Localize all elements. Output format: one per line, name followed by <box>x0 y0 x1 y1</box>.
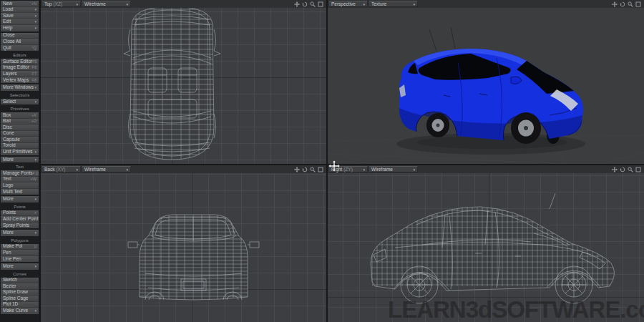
chevron-down-icon: ▾ <box>34 149 36 155</box>
sidebar-item-label: Surface Editor <box>3 59 32 64</box>
rotate-icon[interactable] <box>620 1 625 7</box>
sidebar-item-spray-points[interactable]: Spray Points <box>1 223 39 229</box>
sidebar-item-bezier[interactable]: Bezier <box>1 283 39 290</box>
viewport-label: Perspective <box>331 1 356 6</box>
sidebar-item-more-windows[interactable]: More Windows▾ <box>1 84 39 91</box>
zoom-icon[interactable] <box>628 167 633 172</box>
sidebar: New+NLoad▾Save▾Edit▾Help▾CloseClose AllQ… <box>0 0 39 322</box>
sidebar-item-spline-cage[interactable]: Spline Cage <box>1 296 39 302</box>
zoom-icon[interactable] <box>310 167 316 172</box>
sidebar-item-save[interactable]: Save▾ <box>1 13 39 19</box>
sidebar-item-add-center-point[interactable]: Add Center Point <box>1 216 39 223</box>
sidebar-group: More▾ <box>1 230 39 236</box>
viewport-type-dropdown[interactable]: Back (XY) ▾ <box>42 166 81 172</box>
viewport-type-dropdown[interactable]: Top (XZ) ▾ <box>42 1 81 7</box>
zoom-icon[interactable] <box>310 1 316 7</box>
shortcut-hint: +W <box>31 177 36 182</box>
sidebar-group: More▾ <box>1 196 39 203</box>
pan-icon[interactable] <box>294 167 300 172</box>
sidebar-item-capsule[interactable]: Capsule <box>1 137 39 143</box>
viewport-axis: (XZ) <box>53 1 62 6</box>
sidebar-item-label: Text <box>3 177 11 182</box>
sidebar-item-toroid[interactable]: Toroid <box>1 143 39 150</box>
sidebar-item-make-pol[interactable]: Make Polp <box>1 244 39 250</box>
render-mode-dropdown[interactable]: Wireframe ▾ <box>369 166 418 172</box>
sidebar-item-make-curve[interactable]: Make Curve▾ <box>1 308 39 314</box>
sidebar-item-plot-1d[interactable]: Plot 1D <box>1 302 39 308</box>
sidebar-item-points[interactable]: Points+ <box>1 210 39 217</box>
sidebar-item-help[interactable]: Help▾ <box>1 25 39 31</box>
viewport-back-canvas[interactable] <box>41 173 326 322</box>
mouse-cursor <box>328 160 340 172</box>
rotate-icon[interactable] <box>302 167 308 172</box>
chevron-down-icon: ▾ <box>363 2 365 6</box>
expand-icon[interactable] <box>318 167 323 172</box>
sidebar-item-more[interactable]: More▾ <box>1 230 39 236</box>
sidebar-item-select[interactable]: Select▾ <box>1 99 39 105</box>
render-mode-label: Texture <box>371 1 386 6</box>
sidebar-item-label: Edit <box>3 19 11 25</box>
sidebar-item-layers[interactable]: LayersF7 <box>1 71 39 77</box>
render-mode-dropdown[interactable]: Texture ▾ <box>369 1 418 7</box>
rotate-icon[interactable] <box>302 1 308 7</box>
sidebar-item-close-all[interactable]: Close All <box>1 39 39 45</box>
sidebar-item-close[interactable]: Close <box>1 33 39 39</box>
sidebar-item-label: More Windows <box>3 84 34 90</box>
viewport-type-dropdown[interactable]: Perspective ▾ <box>329 1 368 7</box>
rotate-icon[interactable] <box>620 167 625 172</box>
pan-icon[interactable] <box>612 1 618 7</box>
sidebar-item-surface-editor[interactable]: Surface EditorF5 <box>1 59 39 65</box>
chevron-down-icon: ▾ <box>34 7 36 13</box>
section-header-editors: Editors <box>0 52 39 58</box>
chevron-down-icon: ▾ <box>34 157 36 162</box>
sidebar-item-more[interactable]: More▾ <box>1 157 39 163</box>
viewport-right-canvas[interactable]: LEARN3dSOFTWARE.com <box>328 173 644 322</box>
expand-icon[interactable] <box>318 1 323 7</box>
sidebar-item-box[interactable]: Box+X <box>1 112 39 119</box>
sidebar-item-label: Spray Points <box>3 223 29 228</box>
sidebar-item-multi-text[interactable]: Multi Text <box>1 189 39 195</box>
sidebar-item-image-editor[interactable]: Image EditorF6 <box>1 65 39 72</box>
chevron-down-icon: ▾ <box>34 99 36 104</box>
chevron-down-icon: ▾ <box>76 2 78 6</box>
sidebar-item-new[interactable]: New+N <box>1 1 39 7</box>
sidebar-item-sketch[interactable]: Sketch <box>1 278 39 284</box>
sidebar-group: CloseClose AllQuit^Q <box>1 33 39 52</box>
sidebar-item-load[interactable]: Load▾ <box>1 7 39 14</box>
render-mode-dropdown[interactable]: Wireframe ▾ <box>82 1 131 7</box>
section-header-selections: Selections <box>0 92 39 98</box>
viewport-axis: (ZY) <box>343 167 353 172</box>
sidebar-item-ball[interactable]: Ball+O <box>1 119 39 125</box>
render-mode-dropdown[interactable]: Wireframe ▾ <box>82 166 131 172</box>
sidebar-item-quit[interactable]: Quit^Q <box>1 45 39 52</box>
viewport-back-header: Back (XY) ▾ Wireframe ▾ <box>41 165 326 173</box>
sidebar-item-label: Help <box>3 25 12 31</box>
chevron-down-icon: ▾ <box>34 263 36 269</box>
pan-icon[interactable] <box>294 1 300 7</box>
sidebar-item-line-pen[interactable]: Line Pen <box>1 256 39 263</box>
expand-icon[interactable] <box>635 1 641 7</box>
viewport-perspective-canvas[interactable] <box>328 8 644 164</box>
sidebar-item-spline-draw[interactable]: Spline Draw <box>1 290 39 296</box>
sidebar-item-pen[interactable]: Pen <box>1 250 39 256</box>
sidebar-item-unit-primitives[interactable]: Unit Primitives▾ <box>1 149 39 155</box>
expand-icon[interactable] <box>635 167 641 172</box>
sidebar-item-manage-fonts[interactable]: Manage FontsF10 <box>1 170 39 177</box>
sidebar-item-vertex-maps[interactable]: Vertex MapsF8 <box>1 77 39 84</box>
sidebar-item-text[interactable]: Text+W <box>1 177 39 183</box>
sidebar-item-more[interactable]: More▾ <box>1 263 39 270</box>
zoom-icon[interactable] <box>628 1 633 7</box>
sidebar-item-more[interactable]: More▾ <box>1 196 39 203</box>
sidebar-item-logo[interactable]: Logo <box>1 182 39 189</box>
sidebar-group: Surface EditorF5Image EditorF6LayersF7Ve… <box>1 59 39 83</box>
pan-icon[interactable] <box>612 167 618 172</box>
viewport-top-canvas[interactable] <box>41 8 326 164</box>
chevron-down-icon: ▾ <box>34 19 36 25</box>
sidebar-item-disc[interactable]: Disc <box>1 125 39 131</box>
sidebar-item-label: Points <box>3 210 16 216</box>
sidebar-item-label: Plot 1D <box>3 302 18 308</box>
sidebar-item-edit[interactable]: Edit▾ <box>1 19 39 26</box>
viewport-controls <box>612 167 644 172</box>
viewport-perspective: Perspective ▾ Texture ▾ <box>328 0 644 164</box>
sidebar-item-cone[interactable]: Cone <box>1 131 39 137</box>
